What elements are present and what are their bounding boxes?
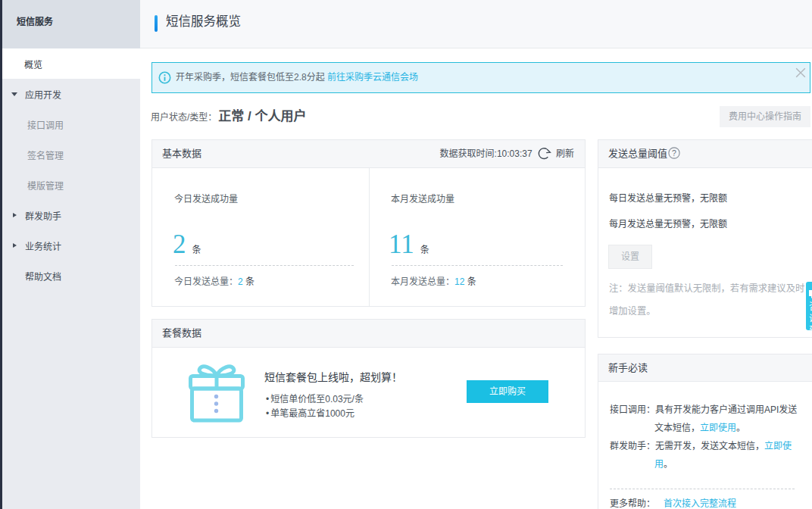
- svg-text:?: ?: [672, 148, 676, 158]
